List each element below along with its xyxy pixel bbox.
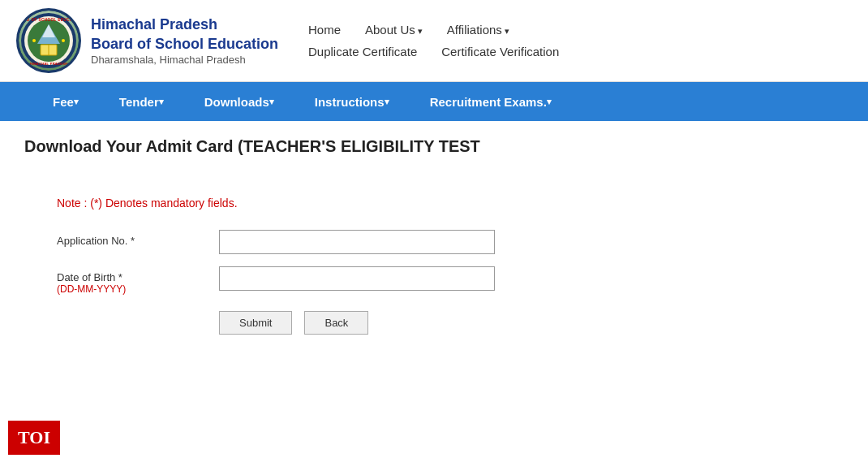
nav-cert-verification[interactable]: Certificate Verification	[441, 45, 559, 58]
dob-label-area: Date of Birth * (DD-MM-YYYY)	[57, 266, 219, 295]
form-buttons: Submit Back	[219, 311, 811, 335]
org-info: Himachal Pradesh Board of School Educati…	[91, 15, 278, 66]
svg-point-8	[62, 39, 65, 42]
navbar-downloads[interactable]: Downloads	[184, 82, 294, 121]
back-button[interactable]: Back	[304, 311, 368, 335]
top-nav: Home About Us Affiliations Duplicate Cer…	[308, 23, 852, 58]
dob-row: Date of Birth * (DD-MM-YYYY)	[57, 266, 811, 295]
logo-icon: BOARD OF SCHOOL EDUCATION HIMACHAL PRADE…	[16, 8, 81, 73]
application-no-row: Application No. *	[57, 230, 811, 254]
navbar-fee[interactable]: Fee	[32, 82, 99, 121]
navbar-tender[interactable]: Tender	[99, 82, 184, 121]
svg-point-7	[32, 39, 36, 42]
nav-row-1: Home About Us Affiliations	[308, 23, 852, 45]
mandatory-note: Note : (*) Denotes mandatory fields.	[57, 197, 811, 210]
org-title-line1: Himachal Pradesh	[91, 15, 278, 34]
application-no-label: Application No. *	[57, 230, 219, 247]
logo-area: BOARD OF SCHOOL EDUCATION HIMACHAL PRADE…	[16, 8, 292, 73]
site-header: BOARD OF SCHOOL EDUCATION HIMACHAL PRADE…	[0, 0, 868, 82]
navbar-recruitment-exams[interactable]: Recruitment Exams.	[410, 82, 572, 121]
org-title-line2: Board of School Education	[91, 35, 278, 54]
nav-duplicate-cert[interactable]: Duplicate Certificate	[308, 45, 417, 58]
page-title: Download Your Admit Card (TEACHER'S ELIG…	[24, 137, 844, 156]
nav-affiliations[interactable]: Affiliations	[447, 23, 509, 37]
blue-nav-bar: Fee Tender Downloads Instructions Recrui…	[0, 82, 868, 121]
nav-about-us[interactable]: About Us	[365, 23, 423, 37]
nav-row-2: Duplicate Certificate Certificate Verifi…	[308, 45, 852, 58]
submit-button[interactable]: Submit	[219, 311, 292, 335]
svg-text:HIMACHAL PRADESH: HIMACHAL PRADESH	[30, 62, 68, 66]
admit-card-form-section: Note : (*) Denotes mandatory fields. App…	[24, 180, 844, 351]
dob-input[interactable]	[219, 266, 495, 291]
nav-home[interactable]: Home	[308, 23, 341, 37]
application-no-input[interactable]	[219, 230, 495, 254]
org-subtitle: Dharamshala, Himachal Pradesh	[91, 54, 278, 66]
main-content: Download Your Admit Card (TEACHER'S ELIG…	[0, 121, 868, 367]
navbar-instructions[interactable]: Instructions	[294, 82, 410, 121]
svg-text:BOARD OF SCHOOL EDUCATION: BOARD OF SCHOOL EDUCATION	[21, 18, 76, 22]
